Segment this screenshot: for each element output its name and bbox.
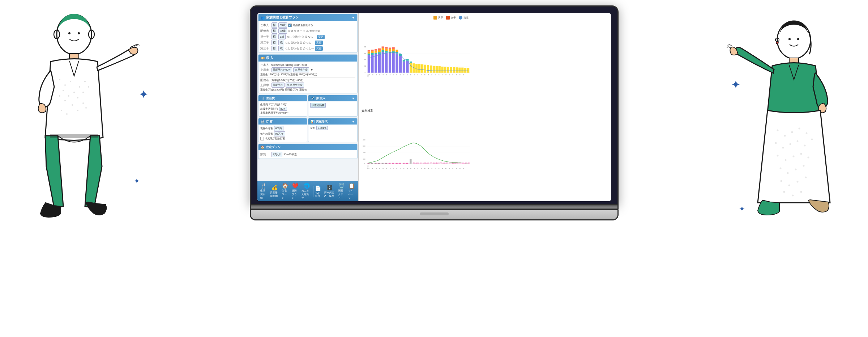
toolbar-clear-label: 画面クリア: [338, 189, 345, 200]
svg-text:26: 26: [403, 168, 404, 169]
svg-rect-71: [367, 51, 370, 53]
svg-text:71: 71: [431, 74, 432, 75]
asset-chart-title: 資産残高: [362, 108, 470, 114]
svg-text:63: 63: [417, 165, 418, 167]
travel-expand[interactable]: ▼: [352, 97, 355, 100]
svg-rect-91: [385, 49, 388, 51]
svg-text:68: 68: [431, 167, 432, 168]
svg-point-35: [799, 128, 800, 130]
main-scene: ✦ ✦ ✦ ✦ 👥 家族構成と教育プラン ▼: [0, 0, 868, 337]
svg-rect-115: [421, 64, 423, 73]
child1-change-btn[interactable]: 変更: [317, 35, 325, 39]
toolbar-asset-label: 資産形成明細: [270, 191, 279, 198]
svg-point-51: [803, 165, 805, 167]
svg-rect-70: [367, 54, 370, 55]
svg-text:28: 28: [407, 76, 408, 77]
family-expand[interactable]: ▼: [352, 16, 355, 20]
left-figure: [7, 0, 145, 337]
svg-text:50: 50: [445, 76, 446, 77]
svg-text:86: 86: [463, 75, 464, 76]
toolbar-mypage[interactable]: 📋 マイページ: [347, 183, 357, 200]
chart-area: 男子 女子 資産: [359, 13, 473, 201]
svg-text:56: 56: [456, 168, 457, 169]
svg-text:75: 75: [438, 74, 439, 75]
svg-text:83: 83: [452, 165, 453, 167]
svg-text:56: 56: [410, 167, 411, 168]
toolbar-clear[interactable]: 🗑️ 画面クリア: [337, 183, 347, 200]
svg-rect-103: [395, 50, 398, 52]
svg-text:78: 78: [449, 167, 450, 168]
income-section-header: 💴 収 入: [258, 55, 357, 62]
svg-point-33: [784, 135, 786, 137]
svg-point-42: [811, 139, 813, 140]
svg-text:59: 59: [410, 74, 411, 75]
svg-rect-83: [378, 50, 380, 52]
svg-text:70: 70: [435, 167, 436, 168]
svg-text:10: 10: [376, 168, 377, 169]
svg-point-15: [88, 86, 89, 88]
svg-text:22: 22: [396, 76, 397, 77]
svg-text:12: 12: [379, 76, 380, 77]
svg-rect-104: [399, 56, 402, 72]
laptop-bezel: 👥 家族構成と教育プラン ▼ ご本人 様 35歳 ✓ 結婚資: [250, 5, 619, 205]
right-panel: 男子 女子 資産: [359, 13, 473, 201]
svg-rect-246: [424, 162, 426, 164]
svg-text:60: 60: [417, 75, 418, 76]
bottom-toolbar: 🍴 生活費明細 💰 資産形成明細 🏠 住宅ローン: [257, 181, 358, 201]
svg-text:54: 54: [407, 167, 408, 168]
svg-point-48: [780, 168, 782, 169]
svg-text:53: 53: [399, 165, 401, 167]
svg-text:600: 600: [364, 53, 366, 54]
income-expand[interactable]: ▼: [310, 68, 313, 72]
svg-rect-108: [406, 61, 409, 73]
svg-text:34: 34: [417, 168, 418, 169]
svg-rect-88: [381, 46, 384, 48]
svg-rect-131: [467, 68, 469, 72]
svg-rect-72: [367, 50, 370, 51]
toolbar-living-cost[interactable]: 🍴 生活費明細: [259, 183, 269, 200]
svg-text:40: 40: [428, 168, 429, 169]
svg-point-8: [70, 81, 71, 82]
svg-text:71: 71: [431, 165, 432, 167]
svg-text:44: 44: [389, 167, 390, 168]
svg-text:18: 18: [389, 76, 390, 77]
toolbar-data[interactable]: 🗄️ データ読込・保存: [322, 185, 337, 198]
toolbar-asset-formation[interactable]: 💰 資産形成明細: [269, 185, 280, 198]
asset-expand[interactable]: ▼: [352, 120, 355, 123]
svg-rect-69: [367, 55, 370, 73]
svg-point-30: [776, 42, 778, 44]
svg-text:8: 8: [372, 168, 373, 169]
svg-point-34: [791, 131, 793, 133]
svg-text:81: 81: [449, 165, 450, 167]
toolbar-pdf[interactable]: 📄 PDF出力: [313, 186, 322, 198]
svg-point-46: [800, 153, 802, 155]
svg-text:40: 40: [428, 76, 429, 77]
family-title: 家族構成と教育プラン: [266, 15, 299, 20]
toolbar-pension[interactable]: 🌐 ねんきん定期便: [300, 183, 313, 200]
svg-rect-233: [381, 163, 383, 164]
child2-change-btn[interactable]: 変更: [315, 41, 323, 45]
svg-rect-230: [371, 163, 373, 164]
toolbar-insurance[interactable]: ❤️ 保障プラン: [290, 183, 300, 200]
income-chart: 男子 女子 資産: [362, 15, 470, 107]
toolbar-housing-label: 住宅ローン: [282, 189, 289, 200]
svg-text:86: 86: [463, 167, 464, 168]
svg-text:35: 35: [369, 74, 370, 75]
svg-text:52: 52: [449, 168, 450, 169]
svg-text:0: 0: [364, 163, 365, 165]
toolbar-pension-label: ねんきん定期便: [302, 189, 312, 200]
svg-rect-254: [449, 162, 451, 164]
sparkle-1: ✦: [139, 89, 147, 101]
svg-text:34: 34: [417, 76, 418, 77]
svg-rect-238: [395, 163, 397, 164]
toolbar-housing-loan[interactable]: 🏠 住宅ローン: [280, 183, 290, 200]
svg-rect-77: [375, 54, 377, 73]
child3-change-btn[interactable]: 変更: [315, 46, 323, 51]
svg-rect-111: [410, 62, 412, 63]
svg-text:48: 48: [396, 75, 397, 76]
toolbar-mypage-label: マイページ: [348, 189, 355, 200]
svg-text:66: 66: [428, 75, 429, 76]
svg-point-7: [64, 84, 66, 86]
svg-text:81: 81: [449, 74, 450, 75]
family-body: ご本人 様 35歳 ✓ 結婚資金援助する 配偶者 様 32歳: [258, 21, 357, 52]
